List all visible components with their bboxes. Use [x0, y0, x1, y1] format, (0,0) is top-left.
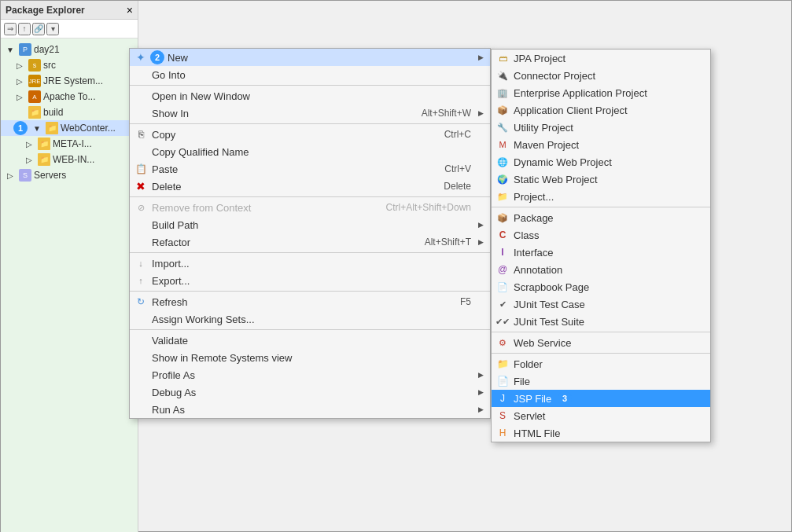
expand-icon: ▷	[4, 169, 17, 182]
maven-icon: M	[495, 138, 510, 151]
submenu-item-utility-project[interactable]: 🔧 Utility Project	[492, 119, 710, 136]
link-editor-button[interactable]: ↑	[18, 23, 31, 35]
submenu-label: JSP File	[514, 393, 551, 405]
tree-label: META-I...	[53, 138, 92, 149]
annotation-icon: @	[495, 263, 510, 276]
menu-label: Copy	[152, 129, 175, 141]
menu-item-import[interactable]: ↓ Import...	[130, 255, 490, 272]
tree-item-build[interactable]: ▷ 📁 build	[1, 105, 138, 120]
submenu-label: Enterprise Application Project	[514, 87, 647, 99]
separator	[130, 252, 490, 253]
import-icon: ↓	[133, 257, 149, 270]
connector-icon: 🔌	[495, 69, 510, 82]
menu-item-delete[interactable]: ✖ Delete Delete	[130, 178, 490, 195]
expand-icon: ▷	[23, 153, 35, 166]
ide-window: Package Explorer × ⇒ ↑ 🔗 ▾ ▼ P day21 ▷ s…	[0, 0, 792, 532]
tree-label: day21	[34, 44, 60, 55]
dropdown-button[interactable]: ▾	[46, 23, 59, 35]
separator	[130, 196, 490, 197]
tree-item-day21[interactable]: ▼ P day21	[1, 42, 138, 57]
submenu-item-enterprise-app[interactable]: 🏢 Enterprise Application Project	[492, 84, 710, 101]
webcontent-icon: 📁	[46, 122, 58, 134]
submenu-item-maven-project[interactable]: M Maven Project	[492, 136, 710, 153]
menu-label: Open in New Window	[152, 90, 250, 102]
menu-item-open-new-window[interactable]: Open in New Window	[130, 87, 490, 105]
shortcut: Delete	[412, 181, 471, 192]
view-menu-button[interactable]: 🔗	[32, 23, 45, 35]
tree-content: ▼ P day21 ▷ s src ▷ JRE JRE System... ▷ …	[1, 39, 138, 532]
submenu-item-connector-project[interactable]: 🔌 Connector Project	[492, 67, 710, 84]
collapse-all-button[interactable]: ⇒	[4, 23, 17, 35]
folder-icon: 📁	[38, 138, 50, 150]
submenu-item-html-file[interactable]: H HTML File	[492, 424, 710, 442]
menu-item-copy[interactable]: ⎘ Copy Ctrl+C	[130, 126, 490, 143]
close-icon[interactable]: ×	[127, 4, 133, 17]
menu-item-run-as[interactable]: Run As	[130, 401, 490, 418]
menu-label: Remove from Context	[152, 202, 251, 214]
tree-item-jre[interactable]: ▷ JRE JRE System...	[1, 73, 138, 89]
menu-item-build-path[interactable]: Build Path	[130, 216, 490, 233]
menu-item-copy-qualified[interactable]: Copy Qualified Name	[130, 143, 490, 160]
submenu-item-junit-suite[interactable]: ✔✔ JUnit Test Suite	[492, 313, 710, 330]
menu-item-export[interactable]: ↑ Export...	[130, 272, 490, 289]
class-icon: C	[495, 229, 510, 241]
submenu-item-folder[interactable]: 📁 Folder	[492, 355, 710, 372]
menu-item-paste[interactable]: 📋 Paste Ctrl+V	[130, 160, 490, 178]
tree-label: WEB-IN...	[53, 154, 94, 165]
menu-item-show-in[interactable]: Show In Alt+Shift+W	[130, 105, 490, 122]
separator	[492, 353, 710, 354]
folder-icon: 📁	[495, 358, 510, 370]
menu-item-profile-as[interactable]: Profile As	[130, 366, 490, 383]
submenu-item-static-web[interactable]: 🌍 Static Web Project	[492, 171, 710, 188]
submenu-item-jsp-file[interactable]: J JSP File 3	[492, 390, 710, 407]
submenu-item-dynamic-web[interactable]: 🌐 Dynamic Web Project	[492, 153, 710, 171]
shortcut: Ctrl+C	[413, 129, 471, 140]
menu-label: Refresh	[152, 296, 188, 308]
menu-item-refactor[interactable]: Refactor Alt+Shift+T	[130, 233, 490, 251]
expand-icon: ▷	[13, 59, 26, 72]
new-icon: ✦	[133, 51, 149, 64]
menu-item-new[interactable]: ✦ 2 New	[130, 49, 490, 66]
badge-1: 1	[13, 121, 28, 135]
export-icon: ↑	[133, 274, 149, 287]
tree-item-webcontent[interactable]: 1 ▼ 📁 WebConter...	[1, 120, 138, 136]
submenu-item-interface[interactable]: I Interface	[492, 244, 710, 261]
tree-item-src[interactable]: ▷ s src	[1, 57, 138, 73]
menu-label: New	[168, 52, 188, 64]
submenu-label: Annotation	[514, 264, 562, 276]
submenu-item-package[interactable]: 📦 Package	[492, 209, 710, 226]
jsp-icon: J	[495, 392, 510, 405]
submenu-item-project[interactable]: 📁 Project...	[492, 188, 710, 205]
submenu-label: Web Service	[514, 337, 571, 349]
submenu-label: Class	[514, 229, 540, 241]
menu-label: Paste	[152, 163, 178, 175]
submenu-item-app-client[interactable]: 📦 Application Client Project	[492, 101, 710, 119]
tree-item-apache[interactable]: ▷ A Apache To...	[1, 89, 138, 105]
menu-label: Delete	[152, 181, 182, 193]
menu-item-gointo[interactable]: Go Into	[130, 66, 490, 83]
submenu-item-scrapbook[interactable]: 📄 Scrapbook Page	[492, 278, 710, 295]
tree-item-webinf[interactable]: ▷ 📁 WEB-IN...	[1, 152, 138, 167]
submenu-item-annotation[interactable]: @ Annotation	[492, 261, 710, 278]
submenu-item-class[interactable]: C Class	[492, 226, 710, 244]
submenu-label: Folder	[514, 358, 543, 370]
menu-item-validate[interactable]: Validate	[130, 332, 490, 349]
menu-item-assign-working-sets[interactable]: Assign Working Sets...	[130, 310, 490, 328]
menu-item-refresh[interactable]: ↻ Refresh F5	[130, 293, 490, 310]
tree-item-metainf[interactable]: ▷ 📁 META-I...	[1, 136, 138, 152]
submenu-label: Utility Project	[514, 122, 573, 134]
tree-item-servers[interactable]: ▷ S Servers	[1, 167, 138, 183]
submenu-label: JUnit Test Case	[514, 299, 585, 310]
submenu-item-file[interactable]: 📄 File	[492, 372, 710, 390]
submenu-item-servlet[interactable]: S Servlet	[492, 407, 710, 424]
badge-2: 2	[150, 50, 164, 64]
submenu-item-junit-case[interactable]: ✔ JUnit Test Case	[492, 295, 710, 313]
scrapbook-icon: 📄	[495, 281, 510, 293]
menu-item-show-remote[interactable]: Show in Remote Systems view	[130, 349, 490, 366]
submenu-item-jpa-project[interactable]: 🗃 JPA Project	[492, 50, 710, 67]
submenu-item-web-service[interactable]: ⚙ Web Service	[492, 334, 710, 351]
junit-case-icon: ✔	[495, 298, 510, 310]
menu-item-debug-as[interactable]: Debug As	[130, 383, 490, 401]
servers-icon: S	[19, 169, 31, 182]
expand-icon: ▷	[13, 90, 26, 103]
